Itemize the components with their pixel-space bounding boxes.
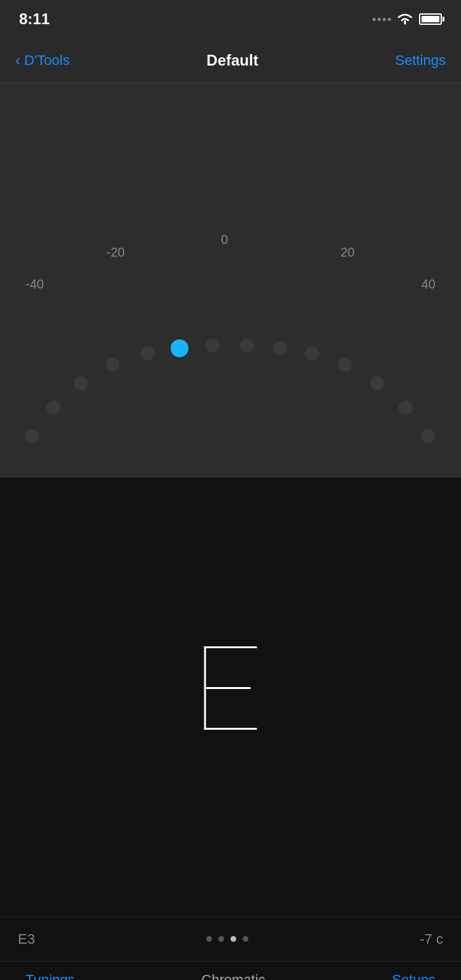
arc-dot [338, 358, 352, 372]
wifi-icon [396, 12, 414, 26]
tuner-arc-svg [8, 210, 453, 465]
settings-button[interactable]: Settings [395, 52, 446, 69]
tab-chromatic[interactable]: Chromatic [201, 972, 265, 980]
battery-fill [422, 16, 439, 22]
arc-dot-active [171, 339, 188, 357]
tab-tunings-label: Tunings [25, 972, 74, 980]
signal-indicator [372, 18, 391, 21]
arc-dot [399, 401, 413, 415]
status-bar: 8:11 [0, 0, 461, 38]
status-time: 8:11 [19, 10, 50, 28]
note-letter-display [186, 634, 275, 739]
arc-dot [206, 339, 220, 353]
arc-dot [46, 401, 60, 415]
tab-setups-label: Setups [392, 972, 436, 980]
arc-dot [370, 376, 384, 390]
page-dot-1 [206, 936, 212, 942]
back-label: D'Tools [24, 52, 69, 69]
note-area [0, 478, 461, 916]
arc-dot [106, 358, 120, 372]
tab-bar: Tunings Chromatic Setups [0, 961, 461, 980]
tuner-area: -40 -20 0 20 40 [0, 83, 461, 478]
tab-chromatic-label: Chromatic [201, 972, 265, 980]
arc-dot [74, 376, 88, 390]
arc-dot [421, 429, 435, 443]
page-dot-2 [218, 936, 224, 942]
signal-dot-3 [383, 18, 386, 21]
arc-dot [25, 429, 39, 443]
signal-dot-1 [372, 18, 376, 21]
page-dots [206, 936, 248, 942]
page-dot-4 [243, 936, 248, 942]
cents-value: -7 c [420, 931, 443, 948]
back-button[interactable]: ‹ D'Tools [15, 52, 69, 69]
arc-dot [240, 339, 254, 353]
tab-setups[interactable]: Setups [392, 972, 436, 980]
nav-bar: ‹ D'Tools Default Settings [0, 38, 461, 83]
arc-dot [305, 346, 319, 360]
note-name: E3 [18, 931, 35, 948]
arc-dot [141, 346, 155, 360]
tab-tunings[interactable]: Tunings [25, 972, 74, 980]
arc-dot [273, 341, 287, 355]
bottom-info-bar: E3 -7 c [0, 916, 461, 961]
arc-container: -40 -20 0 20 40 [8, 210, 453, 465]
nav-title: Default [206, 52, 258, 69]
signal-dot-2 [378, 18, 381, 21]
signal-dot-4 [388, 18, 391, 21]
back-chevron-icon: ‹ [15, 52, 20, 69]
battery-icon [419, 13, 442, 25]
page-dot-3 [230, 936, 236, 942]
status-icons [372, 12, 442, 26]
note-letter-svg [186, 634, 275, 736]
